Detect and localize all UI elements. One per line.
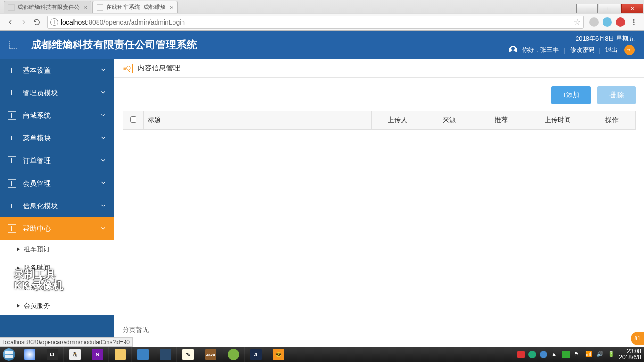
subitem-member-service[interactable]: 会员服务	[0, 296, 114, 315]
add-button[interactable]: +添加	[551, 86, 591, 104]
extension-icon-3[interactable]	[616, 17, 625, 27]
menu-icon	[8, 89, 16, 97]
chevron-down-icon	[100, 180, 107, 188]
info-icon[interactable]: i	[50, 18, 58, 26]
data-table: 标题 上传人 来源 推荐 上传时间 操作	[123, 111, 636, 130]
tray-up-icon[interactable]: ▲	[551, 351, 559, 358]
svg-point-0	[633, 19, 634, 20]
sidebar-item-order-mgmt[interactable]: 订单管理	[0, 149, 114, 172]
taskbar-app-orange[interactable]: 😎	[267, 347, 289, 362]
menu-button[interactable]	[628, 16, 639, 28]
logout-link[interactable]: 退出	[605, 46, 618, 54]
back-button[interactable]	[5, 16, 16, 28]
close-icon[interactable]: ×	[83, 4, 87, 11]
taskbar-app-javaee[interactable]: Java	[199, 347, 222, 362]
browser-tab-0[interactable]: 成都维熵科技有限责任公 ×	[4, 1, 91, 13]
sidebar: 基本设置 管理员模块 商城系统 菜单模块 订单管理 会员管理	[0, 59, 114, 347]
taskbar-app-notepad[interactable]: ✎	[176, 347, 199, 362]
select-all-checkbox[interactable]	[130, 116, 136, 123]
url-bar[interactable]: i localhost:8080/opencar/admin/adminLogi…	[47, 16, 584, 29]
taskbar-app-penguin[interactable]: 🐧	[63, 347, 86, 362]
minimize-button[interactable]: —	[576, 4, 598, 13]
reload-button[interactable]	[31, 16, 42, 28]
floating-badge[interactable]: 81	[631, 332, 644, 345]
subitem-label: 服务时间	[24, 264, 50, 272]
taskbar-clock[interactable]: 23:08 2018/6/8	[619, 348, 641, 361]
file-icon	[8, 4, 15, 11]
clock-date: 2018/6/8	[619, 354, 641, 361]
url-port: :8080	[87, 18, 103, 26]
tray-shield-icon[interactable]	[562, 351, 570, 358]
tray-icon[interactable]	[517, 351, 525, 358]
logout-icon[interactable]	[624, 45, 635, 55]
chevron-down-icon	[100, 89, 107, 97]
app-header: 成都维熵科技有限责任公司管理系统 2018年6月8日 星期五 你好，张三丰 | …	[0, 31, 644, 59]
sidebar-label: 信息化模块	[23, 202, 58, 211]
sidebar-item-info-module[interactable]: 信息化模块	[0, 195, 114, 217]
browser-tab-1[interactable]: 在线租车系统_成都维熵 ×	[92, 1, 178, 13]
tray-icon[interactable]	[540, 351, 547, 358]
triangle-icon	[17, 304, 20, 308]
sidebar-item-member-mgmt[interactable]: 会员管理	[0, 172, 114, 195]
taskbar-app-chrome[interactable]	[18, 347, 41, 362]
window-close-button[interactable]: ✕	[621, 4, 643, 13]
taskbar-app-dark[interactable]: S	[244, 347, 267, 362]
taskbar-app-intellij[interactable]: IJ	[41, 347, 63, 362]
app-title: 成都维熵科技有限责任公司管理系统	[31, 38, 197, 52]
col-uploader: 上传人	[372, 111, 423, 130]
taskbar: IJ 🐧 N ✎ Java S 😎 ▲ ⚑ 📶 🔊 🔋 23:08 2018/6…	[0, 347, 644, 362]
subitem-label: 会员服务	[24, 302, 50, 310]
action-row: +添加 -删除	[123, 86, 636, 104]
delete-button[interactable]: -删除	[597, 86, 636, 104]
forward-button[interactable]	[18, 16, 29, 28]
sidebar-label: 管理员模块	[23, 89, 58, 98]
chevron-down-icon	[100, 202, 107, 210]
subitem-service-items[interactable]: 服务项目	[0, 278, 114, 296]
taskbar-app-blue[interactable]	[131, 347, 154, 362]
paging-note: 分页暂无	[123, 316, 636, 339]
start-button[interactable]	[0, 347, 18, 362]
sidebar-item-help-center[interactable]: 帮助中心	[0, 217, 114, 240]
change-password-link[interactable]: 修改密码	[570, 46, 594, 54]
menu-icon	[8, 224, 16, 233]
taskbar-app-green[interactable]	[222, 347, 244, 362]
greeting-text: 你好，张三丰	[522, 46, 559, 54]
sidebar-item-basic-settings[interactable]: 基本设置	[0, 59, 114, 82]
subitem-label: 租车预订	[24, 245, 50, 254]
chevron-down-icon	[100, 134, 107, 142]
tray-network-icon[interactable]: 📶	[585, 351, 593, 358]
app-body: 基本设置 管理员模块 商城系统 菜单模块 订单管理 会员管理	[0, 59, 644, 347]
taskbar-app-onenote[interactable]: N	[86, 347, 108, 362]
sidebar-item-admin-module[interactable]: 管理员模块	[0, 82, 114, 104]
triangle-icon	[17, 285, 20, 289]
close-icon[interactable]: ×	[170, 4, 173, 11]
subitem-service-time[interactable]: 服务时间	[0, 259, 114, 278]
user-icon	[509, 46, 517, 54]
table-header-row: 标题 上传人 来源 推荐 上传时间 操作	[123, 111, 636, 130]
url-host: localhost	[61, 18, 87, 26]
sidebar-label: 会员管理	[23, 179, 51, 188]
tray-flag-icon[interactable]: ⚑	[574, 351, 581, 358]
tray-battery-icon[interactable]: 🔋	[608, 351, 615, 358]
status-link: localhost:8080/opencar/admin/modularCms?…	[0, 337, 133, 347]
col-action: 操作	[588, 111, 636, 130]
extension-icon-1[interactable]	[589, 17, 599, 27]
maximize-button[interactable]: ☐	[599, 4, 620, 13]
svg-point-1	[633, 22, 634, 23]
sidebar-label: 订单管理	[23, 156, 51, 165]
nav-bar: i localhost:8080/opencar/admin/adminLogi…	[0, 13, 644, 30]
bookmark-icon[interactable]: ☆	[574, 17, 580, 26]
sidebar-item-menu-module[interactable]: 菜单模块	[0, 127, 114, 149]
menu-icon	[8, 156, 16, 165]
taskbar-app-monitor[interactable]	[154, 347, 176, 362]
header-date: 2018年6月8日 星期五	[509, 34, 635, 43]
svg-point-2	[633, 24, 634, 25]
tray-icon[interactable]	[528, 351, 536, 358]
subitem-car-booking[interactable]: 租车预订	[0, 240, 114, 259]
chevron-down-icon	[100, 225, 107, 233]
taskbar-app-explorer[interactable]	[108, 347, 131, 362]
sidebar-item-mall-system[interactable]: 商城系统	[0, 104, 114, 127]
extension-icon-2[interactable]	[603, 17, 612, 27]
sidebar-label: 基本设置	[23, 66, 51, 75]
tray-volume-icon[interactable]: 🔊	[596, 351, 604, 358]
